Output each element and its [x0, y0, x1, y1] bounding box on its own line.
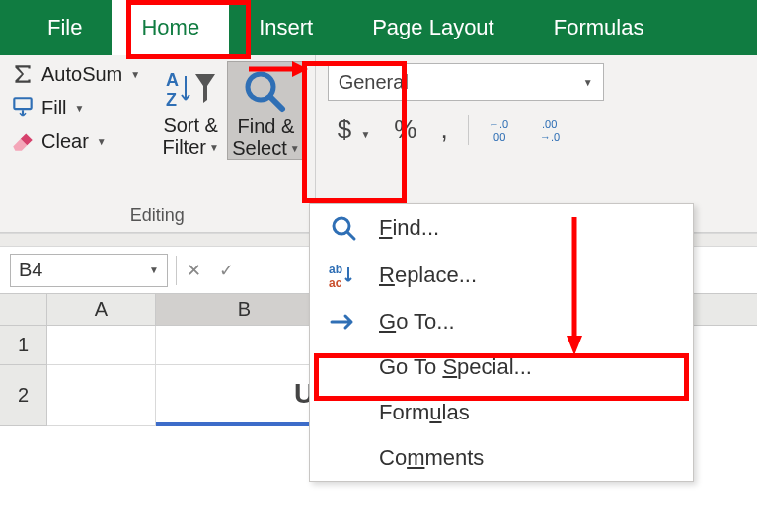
sort-filter-button[interactable]: A Z Sort & Filter▼ [158, 61, 223, 160]
fill-down-icon [10, 95, 36, 120]
svg-text:.00: .00 [491, 131, 505, 143]
magnifier-icon [324, 214, 363, 242]
dropdown-caret-icon: ▼ [288, 143, 300, 154]
increase-decimal-icon: ←.0 .00 [489, 117, 516, 143]
name-box[interactable]: B4 ▼ [10, 254, 168, 287]
find-select-button[interactable]: Find & Select▼ [227, 61, 305, 160]
arrow-right-icon [324, 312, 363, 332]
svg-rect-0 [14, 98, 31, 109]
menu-item-goto[interactable]: Go To... [310, 299, 693, 344]
number-format-value: General [339, 71, 409, 94]
svg-text:ab: ab [329, 263, 342, 276]
svg-text:A: A [166, 70, 179, 90]
number-format-dropdown[interactable]: General ▼ [328, 63, 604, 101]
select-all-corner[interactable] [0, 294, 47, 325]
divider [468, 115, 469, 145]
dropdown-caret-icon: ▼ [207, 142, 219, 153]
sort-filter-label-2: Filter [162, 136, 205, 158]
clear-button[interactable]: Clear ▼ [10, 128, 140, 154]
group-label-editing: Editing [130, 205, 185, 226]
find-select-label-2: Select [232, 137, 287, 159]
menu-item-goto-special[interactable]: Go To Special... [310, 344, 693, 390]
decrease-decimal-icon: .00 →.0 [540, 117, 568, 143]
decrease-decimal-button[interactable]: .00 →.0 [530, 117, 577, 143]
tab-home[interactable]: Home [112, 0, 229, 55]
svg-line-4 [270, 97, 282, 109]
svg-text:Z: Z [166, 90, 177, 110]
find-select-label-1: Find & [238, 115, 295, 137]
confirm-entry-icon[interactable]: ✓ [215, 256, 238, 285]
replace-icon: ab ac [324, 262, 363, 289]
magnifier-icon [241, 67, 290, 114]
sigma-icon [10, 61, 36, 87]
menu-item-comments[interactable]: Comments [310, 435, 693, 481]
cancel-entry-icon[interactable]: ✕ [183, 256, 205, 285]
svg-text:.00: .00 [542, 118, 557, 130]
col-header-b[interactable]: B [156, 294, 334, 325]
col-header-a[interactable]: A [47, 294, 156, 325]
autosum-label: AutoSum [41, 63, 122, 86]
sort-filter-icon: A Z [162, 66, 219, 114]
tab-insert[interactable]: Insert [229, 0, 342, 55]
tab-file[interactable]: File [18, 0, 112, 55]
dropdown-caret-icon: ▼ [73, 103, 85, 114]
autosum-button[interactable]: AutoSum ▼ [10, 61, 140, 87]
tab-page-layout[interactable]: Page Layout [342, 0, 524, 55]
svg-line-10 [347, 232, 354, 239]
svg-text:ac: ac [329, 276, 342, 289]
find-select-menu: Find... ab ac Replace... Go To... Go To … [309, 203, 694, 482]
comma-format-button[interactable]: , [430, 114, 457, 145]
fill-label: Fill [41, 97, 67, 119]
row-header-2[interactable]: 2 [0, 365, 47, 426]
sort-filter-label-1: Sort & [163, 114, 218, 136]
svg-text:→.0: →.0 [540, 131, 560, 143]
dropdown-caret-icon: ▼ [128, 69, 140, 80]
dropdown-caret-icon: ▼ [95, 136, 107, 147]
eraser-icon [10, 128, 36, 154]
name-box-value: B4 [19, 259, 42, 281]
ribbon-tabs: File Home Insert Page Layout Formulas [0, 0, 757, 55]
increase-decimal-button[interactable]: ←.0 .00 [479, 117, 526, 143]
clear-label: Clear [41, 130, 89, 153]
menu-item-replace[interactable]: ab ac Replace... [310, 252, 693, 299]
menu-item-find[interactable]: Find... [310, 204, 693, 252]
cell-a1[interactable] [47, 326, 156, 365]
dropdown-caret-icon: ▼ [147, 265, 159, 275]
dropdown-caret-icon: ▼ [581, 77, 593, 88]
fill-button[interactable]: Fill ▼ [10, 95, 140, 120]
tab-formulas[interactable]: Formulas [524, 0, 674, 55]
percent-format-button[interactable]: % [384, 114, 426, 145]
cell-a2[interactable] [47, 365, 156, 426]
row-header-1[interactable]: 1 [0, 326, 47, 365]
accounting-format-button[interactable]: $ ▼ [328, 114, 381, 145]
svg-text:←.0: ←.0 [489, 118, 508, 130]
menu-item-formulas[interactable]: Formulas [310, 390, 693, 435]
